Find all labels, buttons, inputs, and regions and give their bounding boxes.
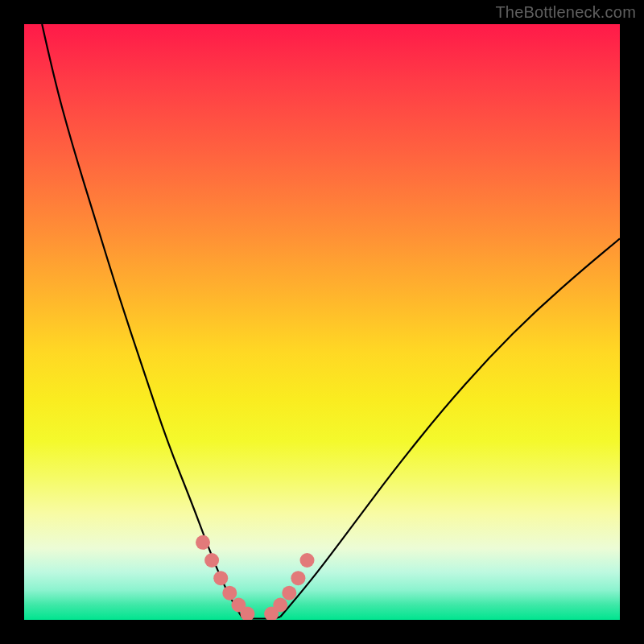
highlight-dot (273, 598, 287, 613)
highlight-dot (300, 553, 315, 568)
series-highlight-points (196, 535, 315, 620)
chart-canvas: TheBottleneck.com (0, 0, 644, 644)
highlight-dot (213, 571, 228, 585)
series-right-curve (280, 238, 620, 617)
highlight-dot (291, 571, 305, 585)
series-left-curve (42, 24, 242, 617)
curves-svg (24, 24, 620, 620)
highlight-dot (282, 586, 296, 601)
highlight-dot (204, 553, 219, 568)
plot-area (24, 24, 620, 620)
highlight-dot (196, 535, 210, 550)
highlight-dot (222, 586, 237, 601)
watermark-text: TheBottleneck.com (495, 3, 636, 22)
